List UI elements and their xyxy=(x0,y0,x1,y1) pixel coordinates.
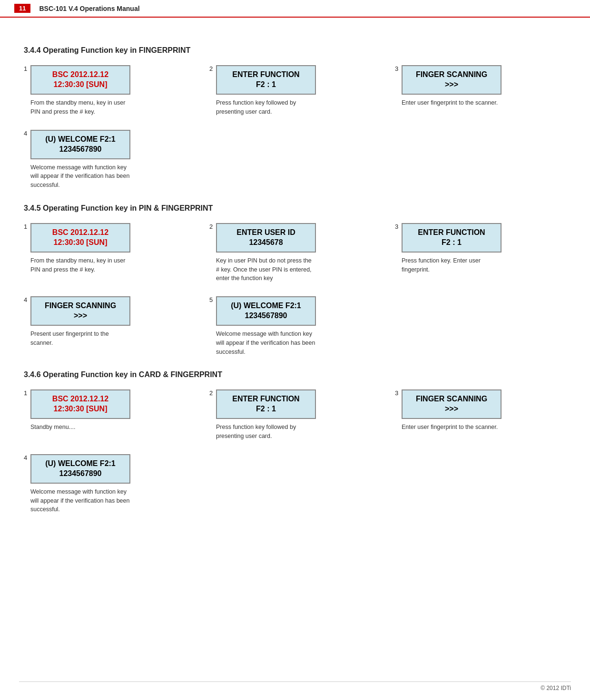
step-number: 1 xyxy=(24,65,27,72)
step-description: Present user fingerprint to the scanner. xyxy=(30,330,130,348)
step-345-5: 5 (U) WELCOME F2:1 1234567890 Welcome me… xyxy=(209,296,381,356)
device-screen: FINGER SCANNING >>> xyxy=(30,296,130,326)
device-screen: FINGER SCANNING >>> xyxy=(402,389,502,419)
screen-line2: >>> xyxy=(445,404,458,414)
device-screen: FINGER SCANNING >>> xyxy=(402,65,502,95)
step-344-1: 1 BSC 2012.12.12 12:30:30 [SUN] From the… xyxy=(24,65,195,117)
step-345-1: 1 BSC 2012.12.12 12:30:30 [SUN] From the… xyxy=(24,223,195,283)
page-number: 11 xyxy=(14,4,30,13)
step-number: 2 xyxy=(209,65,213,72)
step-345-2: 2 ENTER USER ID 12345678 Key in user PIN… xyxy=(209,223,381,283)
page-footer: © 2012 IDTi xyxy=(19,681,571,691)
step-number: 4 xyxy=(24,296,27,303)
screen-line1: (U) WELCOME F2:1 xyxy=(45,459,116,469)
section-345-steps: 1 BSC 2012.12.12 12:30:30 [SUN] From the… xyxy=(24,223,566,357)
section-346-steps: 1 BSC 2012.12.12 12:30:30 [SUN] Standby … xyxy=(24,389,566,514)
step-description: Enter user fingerprint to the scanner. xyxy=(402,98,498,107)
screen-line1: FINGER SCANNING xyxy=(416,70,487,80)
main-content: 3.4.4 Operating Function key in FINGERPR… xyxy=(0,18,590,547)
screen-line1: BSC 2012.12.12 xyxy=(52,394,108,404)
step-number: 3 xyxy=(395,223,398,230)
screen-line2: 12345678 xyxy=(249,238,283,248)
screen-line1: FINGER SCANNING xyxy=(416,394,487,404)
screen-line1: BSC 2012.12.12 xyxy=(52,70,108,80)
screen-line2: 12:30:30 [SUN] xyxy=(54,80,108,90)
step-description: From the standby menu, key in user PIN a… xyxy=(30,256,130,274)
step-number: 3 xyxy=(395,389,398,397)
step-description: Enter user fingerprint to the scanner. xyxy=(402,423,498,432)
section-346: 3.4.6 Operating Function key in CARD & F… xyxy=(24,370,566,514)
step-number: 3 xyxy=(395,65,398,72)
step-346-4: 4 (U) WELCOME F2:1 1234567890 Welcome me… xyxy=(24,454,195,514)
step-number: 2 xyxy=(209,389,213,397)
step-description: From the standby menu, key in user PIN a… xyxy=(30,98,130,117)
step-345-4: 4 FINGER SCANNING >>> Present user finge… xyxy=(24,296,195,356)
screen-line2: 1234567890 xyxy=(59,469,102,479)
step-344-2: 2 ENTER FUNCTION F2 : 1 Press function k… xyxy=(209,65,381,117)
screen-line1: (U) WELCOME F2:1 xyxy=(231,301,301,311)
device-screen: BSC 2012.12.12 12:30:30 [SUN] xyxy=(30,65,130,95)
screen-line2: 1234567890 xyxy=(59,145,102,155)
copyright-text: © 2012 IDTi xyxy=(541,685,571,691)
screen-line2: >>> xyxy=(74,311,87,321)
step-description: Standby menu.... xyxy=(30,423,76,432)
step-344-3: 3 FINGER SCANNING >>> Enter user fingerp… xyxy=(395,65,566,117)
screen-line1: ENTER FUNCTION xyxy=(418,228,485,238)
step-description: Press function key followed by presentin… xyxy=(216,423,316,441)
screen-line1: ENTER FUNCTION xyxy=(232,70,299,80)
screen-line2: F2 : 1 xyxy=(256,404,276,414)
step-description: Press function key followed by presentin… xyxy=(216,98,316,117)
step-description: Key in user PIN but do not press the # k… xyxy=(216,256,316,283)
section-345-heading: 3.4.5 Operating Function key in PIN & FI… xyxy=(24,204,566,213)
step-description: Press function key. Enter user fingerpri… xyxy=(402,256,502,274)
step-346-3: 3 FINGER SCANNING >>> Enter user fingerp… xyxy=(395,389,566,441)
step-344-4: 4 (U) WELCOME F2:1 1234567890 Welcome me… xyxy=(24,130,195,190)
screen-line1: (U) WELCOME F2:1 xyxy=(45,135,116,145)
screen-line1: BSC 2012.12.12 xyxy=(52,228,108,238)
screen-line2: 12:30:30 [SUN] xyxy=(54,238,108,248)
step-description: Welcome message with function key will a… xyxy=(30,163,130,190)
section-344-steps: 1 BSC 2012.12.12 12:30:30 [SUN] From the… xyxy=(24,65,566,190)
step-number: 4 xyxy=(24,130,27,137)
step-346-1: 1 BSC 2012.12.12 12:30:30 [SUN] Standby … xyxy=(24,389,195,441)
step-345-3: 3 ENTER FUNCTION F2 : 1 Press function k… xyxy=(395,223,566,283)
section-346-heading: 3.4.6 Operating Function key in CARD & F… xyxy=(24,370,566,379)
section-345: 3.4.5 Operating Function key in PIN & FI… xyxy=(24,204,566,357)
screen-line2: F2 : 1 xyxy=(256,80,276,90)
device-screen: (U) WELCOME F2:1 1234567890 xyxy=(30,454,130,484)
screen-line1: ENTER FUNCTION xyxy=(232,394,299,404)
device-screen: ENTER USER ID 12345678 xyxy=(216,223,316,253)
section-344-heading: 3.4.4 Operating Function key in FINGERPR… xyxy=(24,46,566,55)
step-number: 5 xyxy=(209,296,213,303)
screen-line1: FINGER SCANNING xyxy=(45,301,116,311)
step-346-2: 2 ENTER FUNCTION F2 : 1 Press function k… xyxy=(209,389,381,441)
document-title: BSC-101 V.4 Operations Manual xyxy=(39,5,139,12)
screen-line2: >>> xyxy=(445,80,458,90)
step-number: 4 xyxy=(24,454,27,461)
step-description: Welcome message with function key will a… xyxy=(30,487,130,514)
screen-line1: ENTER USER ID xyxy=(236,228,295,238)
screen-line2: F2 : 1 xyxy=(442,238,462,248)
section-344: 3.4.4 Operating Function key in FINGERPR… xyxy=(24,46,566,190)
device-screen: (U) WELCOME F2:1 1234567890 xyxy=(30,130,130,159)
screen-line2: 1234567890 xyxy=(245,311,287,321)
page-header: 11 BSC-101 V.4 Operations Manual xyxy=(0,0,590,18)
step-number: 1 xyxy=(24,223,27,230)
screen-line2: 12:30:30 [SUN] xyxy=(54,404,108,414)
device-screen: BSC 2012.12.12 12:30:30 [SUN] xyxy=(30,389,130,419)
device-screen: ENTER FUNCTION F2 : 1 xyxy=(216,65,316,95)
step-number: 2 xyxy=(209,223,213,230)
device-screen: ENTER FUNCTION F2 : 1 xyxy=(216,389,316,419)
step-description: Welcome message with function key will a… xyxy=(216,330,316,356)
device-screen: BSC 2012.12.12 12:30:30 [SUN] xyxy=(30,223,130,253)
device-screen: (U) WELCOME F2:1 1234567890 xyxy=(216,296,316,326)
device-screen: ENTER FUNCTION F2 : 1 xyxy=(402,223,502,253)
step-number: 1 xyxy=(24,389,27,397)
